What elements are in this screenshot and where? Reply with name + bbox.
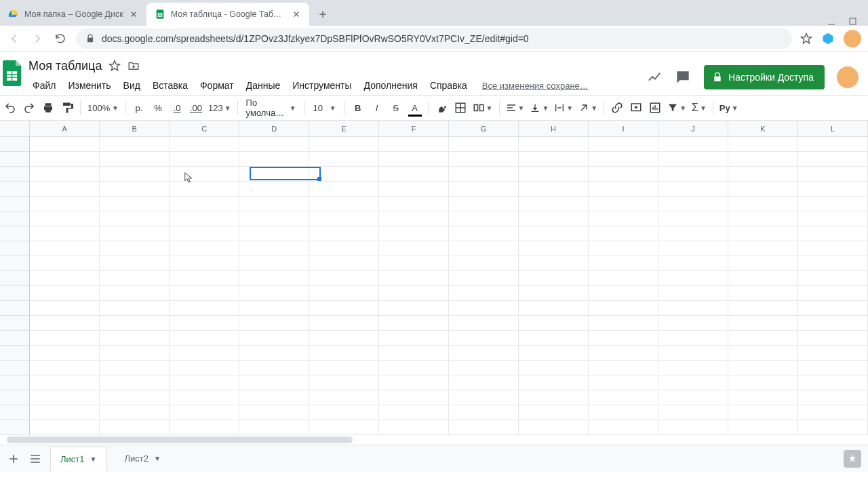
- cell[interactable]: [798, 375, 868, 390]
- cell[interactable]: [798, 137, 868, 152]
- cell[interactable]: [728, 197, 798, 211]
- cell[interactable]: [589, 256, 658, 271]
- cell[interactable]: [239, 197, 309, 211]
- cell[interactable]: [30, 271, 100, 286]
- cell[interactable]: [30, 211, 100, 226]
- sheets-logo[interactable]: [0, 56, 27, 95]
- cell[interactable]: [658, 316, 728, 331]
- cell[interactable]: [379, 405, 449, 420]
- cell[interactable]: [100, 331, 170, 346]
- cell[interactable]: [379, 390, 449, 405]
- cell[interactable]: [449, 241, 519, 256]
- cell[interactable]: [379, 211, 449, 226]
- cell[interactable]: [589, 197, 658, 211]
- cell[interactable]: [449, 211, 519, 226]
- cell[interactable]: [519, 167, 589, 182]
- cell[interactable]: [728, 211, 798, 226]
- cell[interactable]: [100, 405, 170, 420]
- cell[interactable]: [449, 182, 519, 197]
- cell[interactable]: [30, 361, 100, 375]
- borders-button[interactable]: [452, 99, 469, 117]
- cell[interactable]: [728, 182, 798, 197]
- fill-color-button[interactable]: [433, 99, 450, 117]
- cell[interactable]: [100, 137, 170, 152]
- cell[interactable]: [30, 241, 100, 256]
- new-tab-button[interactable]: [313, 5, 332, 24]
- cell[interactable]: [170, 331, 239, 346]
- cell[interactable]: [30, 152, 100, 167]
- cell[interactable]: [100, 241, 170, 256]
- cell[interactable]: [589, 226, 658, 241]
- cell[interactable]: [170, 241, 239, 256]
- cell[interactable]: [449, 361, 519, 375]
- row-header[interactable]: [0, 182, 30, 197]
- row-header[interactable]: [0, 346, 30, 361]
- minimize-icon[interactable]: [827, 18, 835, 26]
- menu-format[interactable]: Формат: [195, 79, 239, 92]
- column-header[interactable]: K: [728, 121, 798, 136]
- cell[interactable]: [798, 316, 868, 331]
- column-header[interactable]: J: [658, 121, 728, 136]
- cell[interactable]: [239, 331, 309, 346]
- select-all-corner[interactable]: [0, 121, 30, 136]
- cell[interactable]: [30, 301, 100, 316]
- cell[interactable]: [239, 405, 309, 420]
- cell[interactable]: [170, 197, 239, 211]
- cell[interactable]: [449, 390, 519, 405]
- cell[interactable]: [100, 211, 170, 226]
- cell[interactable]: [519, 152, 589, 167]
- menu-addons[interactable]: Дополнения: [359, 79, 423, 92]
- cell[interactable]: [309, 167, 379, 182]
- cell[interactable]: [100, 420, 170, 435]
- cell[interactable]: [519, 211, 589, 226]
- increase-decimals-button[interactable]: .00: [187, 99, 205, 117]
- cell[interactable]: [30, 390, 100, 405]
- column-header[interactable]: L: [798, 121, 868, 136]
- cell[interactable]: [309, 331, 379, 346]
- column-header[interactable]: B: [100, 121, 170, 136]
- cell[interactable]: [728, 420, 798, 435]
- cell[interactable]: [100, 361, 170, 375]
- text-color-button[interactable]: A: [406, 99, 424, 117]
- cell[interactable]: [728, 241, 798, 256]
- cell[interactable]: [519, 375, 589, 390]
- cell[interactable]: [449, 226, 519, 241]
- cell[interactable]: [239, 137, 309, 152]
- merge-cells-button[interactable]: ▼: [471, 99, 495, 117]
- cell[interactable]: [658, 390, 728, 405]
- sheet-tab[interactable]: Лист2▼: [115, 447, 170, 471]
- add-sheet-button[interactable]: [7, 452, 20, 466]
- cell[interactable]: [309, 271, 379, 286]
- cell[interactable]: [589, 346, 658, 361]
- cell[interactable]: [589, 301, 658, 316]
- cell[interactable]: [798, 256, 868, 271]
- cell[interactable]: [379, 137, 449, 152]
- close-icon[interactable]: [129, 9, 138, 19]
- cell[interactable]: [728, 361, 798, 375]
- cell[interactable]: [589, 137, 658, 152]
- cell[interactable]: [589, 420, 658, 435]
- cell[interactable]: [100, 375, 170, 390]
- row-header[interactable]: [0, 197, 30, 211]
- row-header[interactable]: [0, 405, 30, 420]
- cell[interactable]: [658, 375, 728, 390]
- cell[interactable]: [239, 211, 309, 226]
- menu-tools[interactable]: Инструменты: [287, 79, 357, 92]
- cell[interactable]: [658, 405, 728, 420]
- text-wrap-button[interactable]: ▼: [552, 99, 575, 117]
- cell[interactable]: [519, 197, 589, 211]
- forward-button[interactable]: [30, 31, 45, 46]
- row-header[interactable]: [0, 167, 30, 182]
- cell[interactable]: [309, 390, 379, 405]
- cell[interactable]: [239, 286, 309, 301]
- cell[interactable]: [658, 301, 728, 316]
- cell[interactable]: [449, 286, 519, 301]
- menu-edit[interactable]: Изменить: [62, 79, 116, 92]
- cell[interactable]: [728, 405, 798, 420]
- explore-button[interactable]: [844, 450, 861, 468]
- cell[interactable]: [170, 256, 239, 271]
- cell[interactable]: [449, 316, 519, 331]
- cell[interactable]: [100, 226, 170, 241]
- back-button[interactable]: [7, 31, 22, 46]
- cell[interactable]: [100, 256, 170, 271]
